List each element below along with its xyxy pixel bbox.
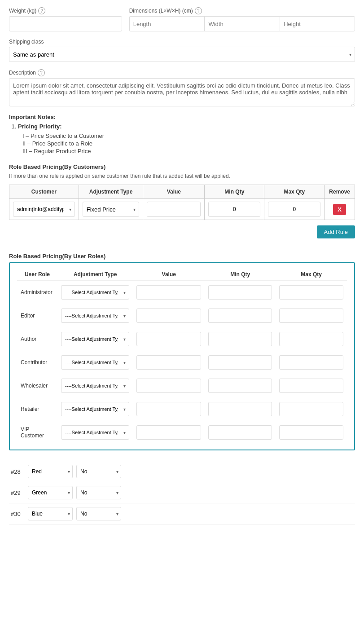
variation-no-select[interactable]: NoYes — [76, 507, 121, 520]
role-row: VIP Customer----Select Adjustment Type-F… — [17, 421, 347, 444]
customer-select[interactable]: admin(info@addifypro.com) — [13, 202, 75, 217]
col-customer: Customer — [9, 185, 79, 199]
role-max-qty-input[interactable] — [279, 379, 343, 393]
role-value-input[interactable] — [136, 355, 201, 370]
variation-num: #28 — [11, 468, 24, 475]
role-name: Author — [17, 327, 57, 351]
dimensions-label: Dimensions (L×W×H) (cm) — [129, 8, 193, 14]
variation-color-select[interactable]: RedGreenBlue — [28, 486, 73, 499]
role-adj-wrapper: ----Select Adjustment Type-Fixed PricePe… — [61, 308, 129, 323]
role-max-qty-input[interactable] — [279, 355, 343, 370]
min-qty-input[interactable] — [208, 202, 260, 217]
role-row: Editor----Select Adjustment Type-Fixed P… — [17, 304, 347, 327]
roles-col-value: Value — [133, 269, 205, 281]
role-adj-select[interactable]: ----Select Adjustment Type-Fixed PricePe… — [61, 308, 129, 323]
roles-pricing-section: Role Based Pricing(By User Roles) User R… — [9, 253, 355, 450]
role-row: Author----Select Adjustment Type-Fixed P… — [17, 327, 347, 351]
max-qty-input[interactable] — [268, 202, 320, 217]
dimensions-help-icon[interactable]: ? — [195, 7, 202, 14]
role-max-qty-input[interactable] — [279, 332, 343, 346]
role-row: Retailer----Select Adjustment Type-Fixed… — [17, 397, 347, 421]
description-textarea[interactable]: Lorem ipsum dolor sit amet, consectetur … — [9, 78, 355, 106]
shipping-label: Shipping class — [9, 39, 44, 45]
role-value-input[interactable] — [136, 425, 201, 440]
role-min-qty-input[interactable] — [208, 355, 272, 370]
adjustment-type-wrapper: Fixed PricePercentage DiscountPercentage… — [83, 202, 140, 217]
customer-section-desc: If more than one rule is applied on same… — [9, 173, 355, 179]
customer-row: admin(info@addifypro.com) ▾ Fixed PriceP… — [9, 199, 355, 220]
role-name: Retailer — [17, 397, 57, 421]
col-value: Value — [143, 185, 205, 199]
role-adj-wrapper: ----Select Adjustment Type-Fixed PricePe… — [61, 402, 129, 416]
variations-section: #28RedGreenBlueNoYes#29RedGreenBlueNoYes… — [9, 461, 355, 524]
role-adj-select[interactable]: ----Select Adjustment Type-Fixed PricePe… — [61, 285, 129, 300]
priority-item-1: I – Price Specific to a Customer — [22, 132, 355, 139]
variation-no-select[interactable]: NoYes — [76, 465, 121, 478]
role-max-qty-input[interactable] — [279, 425, 343, 440]
role-min-qty-input[interactable] — [208, 425, 272, 440]
role-name: Editor — [17, 304, 57, 327]
customer-pricing-section: Role Based Pricing(By Customers) If more… — [9, 163, 355, 242]
role-min-qty-input[interactable] — [208, 285, 272, 300]
remove-button[interactable]: X — [333, 204, 346, 215]
roles-container: User Role Adjustment Type Value Min Qty … — [9, 262, 355, 450]
roles-table: User Role Adjustment Type Value Min Qty … — [17, 269, 347, 444]
priority-item-2: II – Price Specific to a Role — [22, 140, 355, 147]
role-max-qty-input[interactable] — [279, 285, 343, 300]
role-adj-select[interactable]: ----Select Adjustment Type-Fixed PricePe… — [61, 379, 129, 393]
role-adj-wrapper: ----Select Adjustment Type-Fixed PricePe… — [61, 425, 129, 440]
value-input[interactable] — [147, 202, 201, 217]
variation-no-select[interactable]: NoYes — [76, 486, 121, 499]
description-help-icon[interactable]: ? — [38, 69, 45, 76]
role-value-input[interactable] — [136, 285, 201, 300]
roles-col-user-role: User Role — [17, 269, 57, 281]
role-adj-select[interactable]: ----Select Adjustment Type-Fixed PricePe… — [61, 332, 129, 346]
role-min-qty-input[interactable] — [208, 379, 272, 393]
role-value-input[interactable] — [136, 379, 201, 393]
role-min-qty-input[interactable] — [208, 402, 272, 416]
role-value-input[interactable] — [136, 332, 201, 346]
role-adj-select[interactable]: ----Select Adjustment Type-Fixed PricePe… — [61, 355, 129, 370]
role-adj-select[interactable]: ----Select Adjustment Type-Fixed PricePe… — [61, 425, 129, 440]
roles-col-max-qty: Max Qty — [276, 269, 347, 281]
role-adj-select[interactable]: ----Select Adjustment Type-Fixed PricePe… — [61, 402, 129, 416]
customer-section-title: Role Based Pricing(By Customers) — [9, 163, 355, 170]
customer-select-wrapper: admin(info@addifypro.com) ▾ — [13, 202, 75, 217]
description-label: Description — [9, 70, 36, 76]
adjustment-type-select[interactable]: Fixed PricePercentage DiscountPercentage… — [83, 202, 140, 217]
weight-input[interactable] — [9, 16, 122, 31]
pricing-priority-label: Pricing Priority: — [18, 123, 355, 130]
role-row: Wholesaler----Select Adjustment Type-Fix… — [17, 374, 347, 397]
role-min-qty-input[interactable] — [208, 332, 272, 346]
variation-color-select[interactable]: RedGreenBlue — [28, 465, 73, 478]
variation-num: #29 — [11, 489, 24, 496]
role-name: Administrator — [17, 281, 57, 304]
height-input[interactable] — [280, 16, 355, 31]
important-notes-title: Important Notes: — [9, 114, 355, 120]
role-name: VIP Customer — [17, 421, 57, 444]
role-row: Contributor----Select Adjustment Type-Fi… — [17, 351, 347, 374]
customer-table: Customer Adjustment Type Value Min Qty M… — [9, 185, 355, 220]
role-name: Contributor — [17, 351, 57, 374]
role-adj-wrapper: ----Select Adjustment Type-Fixed PricePe… — [61, 285, 129, 300]
shipping-select[interactable]: Same as parentNo shipping class — [9, 47, 355, 62]
important-notes-section: Important Notes: Pricing Priority: I – P… — [9, 114, 355, 154]
add-rule-button[interactable]: Add Rule — [317, 225, 355, 238]
role-min-qty-input[interactable] — [208, 308, 272, 323]
col-adjustment-type: Adjustment Type — [79, 185, 143, 199]
role-max-qty-input[interactable] — [279, 402, 343, 416]
role-adj-wrapper: ----Select Adjustment Type-Fixed PricePe… — [61, 355, 129, 370]
role-name: Wholesaler — [17, 374, 57, 397]
col-max-qty: Max Qty — [264, 185, 325, 199]
width-input[interactable] — [204, 16, 280, 31]
role-max-qty-input[interactable] — [279, 308, 343, 323]
variation-row: #30RedGreenBlueNoYes — [9, 503, 355, 524]
weight-label: Weight (kg) — [9, 8, 36, 14]
variation-color-select[interactable]: RedGreenBlue — [28, 507, 73, 520]
role-value-input[interactable] — [136, 402, 201, 416]
length-input[interactable] — [129, 16, 205, 31]
priority-item-3: III – Regular Product Price — [22, 148, 355, 154]
weight-help-icon[interactable]: ? — [38, 7, 45, 14]
role-value-input[interactable] — [136, 308, 201, 323]
roles-col-adj-type: Adjustment Type — [57, 269, 133, 281]
